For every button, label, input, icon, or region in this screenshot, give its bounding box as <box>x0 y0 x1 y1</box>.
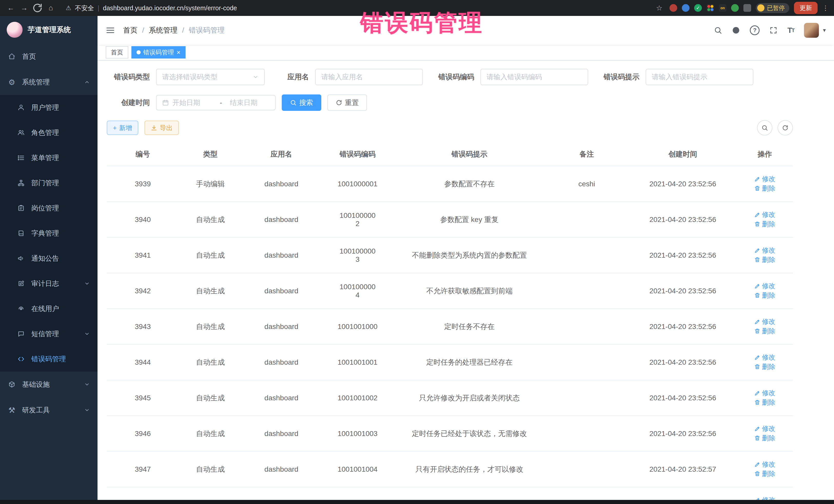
edit-link[interactable]: 修改 <box>754 353 775 362</box>
browser-update-button[interactable]: 更新 <box>794 2 817 14</box>
sidebar-item-post[interactable]: 岗位管理 <box>0 196 97 221</box>
extension-icon[interactable]: on <box>719 4 726 12</box>
table-row: 3947自动生成dashboard1001001004只有开启状态的任务，才可以… <box>107 452 793 487</box>
delete-link[interactable]: 删除 <box>754 434 775 443</box>
delete-link[interactable]: 删除 <box>754 184 775 193</box>
sidebar-item-role[interactable]: 角色管理 <box>0 120 97 145</box>
font-size-icon[interactable]: TT <box>787 26 794 35</box>
cell-id: 3942 <box>107 273 179 309</box>
sidebar-item-dict[interactable]: 字典管理 <box>0 221 97 246</box>
fullscreen-icon[interactable] <box>769 26 777 35</box>
sidebar-item-dept[interactable]: 部门管理 <box>0 170 97 196</box>
error-code-input[interactable]: 请输入错误码编码 <box>480 69 588 85</box>
extension-icon[interactable] <box>706 4 714 12</box>
edit-icon <box>17 280 25 287</box>
extension-icon[interactable] <box>670 4 677 12</box>
cell-app: dashboard <box>242 273 321 309</box>
github-icon[interactable] <box>732 26 740 35</box>
cell-app: dashboard <box>242 309 321 344</box>
sidebar-item-menu[interactable]: 菜单管理 <box>0 145 97 170</box>
sidebar-item-user[interactable]: 用户管理 <box>0 95 97 120</box>
edit-link[interactable]: 修改 <box>754 424 775 433</box>
extension-icon[interactable] <box>731 4 739 12</box>
error-type-select[interactable]: 请选择错误码类型 <box>156 69 265 85</box>
edit-link[interactable]: 修改 <box>754 282 775 290</box>
sidebar-item-home[interactable]: 首页 <box>0 44 97 69</box>
extension-icon[interactable] <box>694 4 702 12</box>
extensions-puzzle-icon[interactable] <box>743 4 751 12</box>
reset-button[interactable]: 重置 <box>327 94 367 111</box>
bookmark-star-icon[interactable]: ☆ <box>654 2 665 14</box>
edit-link[interactable]: 修改 <box>754 496 775 500</box>
sidebar-item-label: 短信管理 <box>31 329 59 338</box>
sidebar-item-label: 通知公告 <box>31 254 59 263</box>
column-header: 创建时间 <box>629 143 737 166</box>
cell-actions: 修改删除 <box>737 273 793 309</box>
search-icon[interactable] <box>714 26 722 35</box>
breadcrumb-item[interactable]: 系统管理 <box>149 25 178 35</box>
delete-link[interactable]: 删除 <box>754 291 775 300</box>
delete-link[interactable]: 删除 <box>754 363 775 371</box>
sidebar-item-errcode[interactable]: 错误码管理 <box>0 346 97 372</box>
sidebar-item-online[interactable]: 在线用户 <box>0 296 97 321</box>
address-bar[interactable]: ⚠ 不安全 | dashboard.yudao.iocoder.cn/syste… <box>66 4 652 12</box>
edit-link[interactable]: 修改 <box>754 175 775 183</box>
profile-paused-badge[interactable]: 已暂停 <box>756 3 789 13</box>
delete-link[interactable]: 删除 <box>754 327 775 336</box>
forward-icon[interactable]: → <box>19 2 30 14</box>
help-icon[interactable]: ? <box>750 25 760 35</box>
cell-type: 自动生成 <box>179 309 242 344</box>
tab-error-code[interactable]: 错误码管理× <box>131 46 185 59</box>
cell-id: 3940 <box>107 202 179 237</box>
delete-link[interactable]: 删除 <box>754 469 775 478</box>
export-button[interactable]: 导出 <box>145 120 179 135</box>
sidebar-item-system[interactable]: ⚙系统管理 <box>0 69 97 95</box>
sidebar-item-infra[interactable]: 基础设施 <box>0 372 97 397</box>
search-button[interactable]: 搜索 <box>282 94 321 111</box>
sidebar-item-audit[interactable]: 审计日志 <box>0 271 97 296</box>
edit-link[interactable]: 修改 <box>754 389 775 397</box>
edit-label: 修改 <box>762 353 775 362</box>
add-button[interactable]: + 新增 <box>107 120 138 135</box>
reload-icon[interactable] <box>32 2 43 14</box>
breadcrumb-item[interactable]: 首页 <box>123 25 137 35</box>
app-name-input[interactable]: 请输入应用名 <box>315 69 423 85</box>
input-placeholder: 请输入错误码编码 <box>486 72 582 82</box>
edit-link[interactable]: 修改 <box>754 460 775 469</box>
sidebar-item-label: 基础设施 <box>22 380 50 389</box>
refresh-table-button[interactable] <box>777 120 793 135</box>
browser-home-icon[interactable]: ⌂ <box>45 2 57 14</box>
sidebar-item-sms[interactable]: 短信管理 <box>0 321 97 346</box>
tab-close-icon[interactable]: × <box>177 49 180 56</box>
tab-home[interactable]: 首页 <box>106 46 128 59</box>
user-avatar[interactable] <box>804 23 819 38</box>
cell-code: 1001001005 <box>321 487 394 500</box>
sidebar-item-dev[interactable]: ⚒研发工具 <box>0 397 97 423</box>
edit-link[interactable]: 修改 <box>754 210 775 219</box>
screen: ← → ⌂ ⚠ 不安全 | dashboard.yudao.iocoder.cn… <box>0 0 834 504</box>
date-range-picker[interactable]: 开始日期 - 结束日期 <box>156 95 276 110</box>
error-hint-input[interactable]: 请输入错误码提示 <box>646 69 753 85</box>
delete-link[interactable]: 删除 <box>754 255 775 264</box>
delete-link[interactable]: 删除 <box>754 220 775 229</box>
extension-icon[interactable] <box>682 4 689 12</box>
edit-link[interactable]: 修改 <box>754 317 775 326</box>
cell-id: 3948 <box>107 487 179 500</box>
delete-label: 删除 <box>762 434 775 443</box>
gear-icon: ⚙ <box>8 78 16 87</box>
edit-link[interactable]: 修改 <box>754 246 775 255</box>
cell-time: 2021-04-20 23:52:56 <box>629 344 737 380</box>
show-search-button[interactable] <box>757 120 772 135</box>
avatar-caret-icon[interactable]: ▾ <box>823 27 826 34</box>
cell-code: 1001001001 <box>321 344 394 380</box>
delete-link[interactable]: 删除 <box>754 398 775 407</box>
start-date-placeholder: 开始日期 <box>172 98 212 107</box>
hamburger-icon[interactable] <box>106 26 115 35</box>
edit-label: 修改 <box>762 282 775 290</box>
app-logo[interactable]: 芋道管理系统 <box>0 16 97 44</box>
browser-menu-icon[interactable]: ⋮ <box>822 4 829 12</box>
sidebar: 芋道管理系统 首页⚙系统管理用户管理角色管理菜单管理部门管理岗位管理字典管理通知… <box>0 16 97 500</box>
sidebar-item-notice[interactable]: 通知公告 <box>0 246 97 271</box>
table-row: 3944自动生成dashboard1001001001定时任务的处理器已经存在2… <box>107 344 793 380</box>
back-icon[interactable]: ← <box>5 2 17 14</box>
